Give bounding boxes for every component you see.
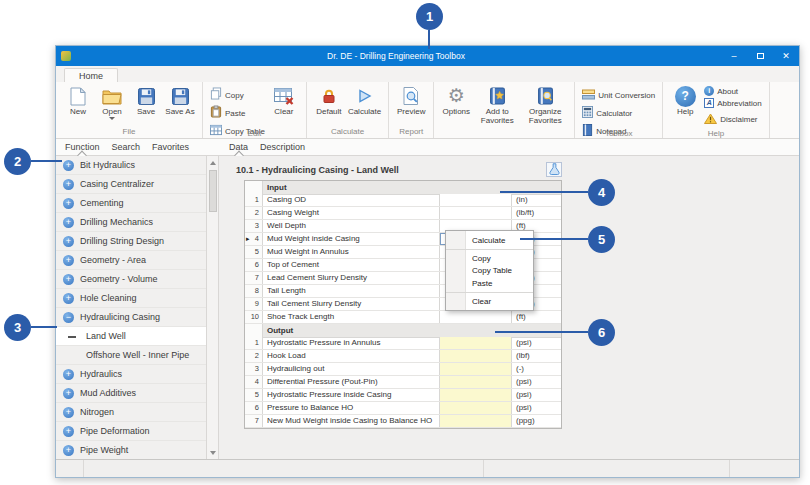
add-to-favorites-button[interactable]: Add to Favorites bbox=[473, 85, 521, 125]
input-value-cell[interactable] bbox=[439, 311, 512, 323]
nav-tab[interactable]: Function bbox=[59, 139, 106, 155]
options-button[interactable]: ⚙ Options bbox=[439, 85, 473, 116]
button-label: Options bbox=[442, 107, 470, 116]
expand-icon[interactable]: + bbox=[63, 388, 74, 399]
expand-icon[interactable]: + bbox=[63, 369, 74, 380]
save-button[interactable]: Save bbox=[129, 85, 163, 116]
about-button[interactable]: i About bbox=[704, 86, 761, 96]
menu-item[interactable]: Copy bbox=[446, 249, 533, 264]
save-as-button[interactable]: Save As bbox=[163, 85, 197, 116]
sidebar-item[interactable]: + Pipe Weight bbox=[56, 441, 206, 459]
organize-favorites-button[interactable]: Organize Favorites bbox=[521, 85, 569, 125]
disclaimer-button[interactable]: Disclaimer bbox=[704, 110, 761, 128]
input-value-cell[interactable] bbox=[439, 194, 512, 206]
sidebar-item[interactable]: + Pipe Deformation bbox=[56, 422, 206, 441]
info-icon: i bbox=[704, 86, 714, 96]
callout-4: 4 bbox=[588, 179, 615, 206]
expand-icon[interactable]: + bbox=[63, 236, 74, 247]
expand-icon[interactable]: + bbox=[63, 198, 74, 209]
minimize-button[interactable]: – bbox=[721, 46, 747, 66]
row-number: 2 bbox=[255, 351, 259, 360]
paste-button[interactable]: Paste bbox=[210, 104, 265, 122]
expand-icon[interactable]: + bbox=[63, 217, 74, 228]
menu-item[interactable]: Paste bbox=[446, 277, 533, 290]
sidebar-item[interactable]: − Hydraulicing Casing bbox=[56, 308, 206, 327]
row-number: 6 bbox=[255, 403, 259, 412]
sidebar-item[interactable]: + Hydraulics bbox=[56, 365, 206, 384]
close-button[interactable]: ✕ bbox=[773, 46, 799, 66]
button-label: Clear bbox=[274, 107, 293, 116]
expand-icon[interactable]: + bbox=[63, 293, 74, 304]
calculate-button[interactable]: Calculate bbox=[346, 85, 383, 116]
button-label: Preview bbox=[397, 107, 425, 116]
calculator-button[interactable]: Calculator bbox=[582, 104, 655, 122]
clear-button[interactable]: Clear bbox=[267, 85, 301, 116]
copy-button[interactable]: Copy bbox=[210, 86, 265, 104]
menu-item[interactable]: Calculate bbox=[446, 234, 533, 247]
pane-tab[interactable]: Description bbox=[254, 139, 311, 155]
open-folder-icon bbox=[102, 85, 122, 107]
sidebar-item[interactable]: + Hole Cleaning bbox=[56, 289, 206, 308]
play-icon bbox=[355, 85, 374, 107]
nav-tab[interactable]: Search bbox=[106, 139, 147, 155]
sidebar-item[interactable]: + Drilling Mechanics bbox=[56, 213, 206, 232]
row-number: 1 bbox=[255, 338, 259, 347]
unit-label: (-) bbox=[512, 363, 563, 375]
group-label bbox=[434, 128, 574, 138]
row-number: 2 bbox=[255, 208, 259, 217]
app-window: Dr. DE - Drilling Engineering Toolbox – … bbox=[55, 45, 800, 478]
sidebar-item[interactable]: + Geometry - Area bbox=[56, 251, 206, 270]
sidebar-item[interactable]: + Geometry - Volume bbox=[56, 270, 206, 289]
menu-item[interactable]: Clear bbox=[446, 292, 533, 307]
expand-icon[interactable]: + bbox=[63, 255, 74, 266]
input-value-cell[interactable] bbox=[439, 207, 512, 219]
default-button[interactable]: Default bbox=[312, 85, 346, 116]
sidebar-item[interactable]: + Drilling String Design bbox=[56, 232, 206, 251]
pane-tab[interactable]: Data bbox=[223, 139, 254, 155]
row-label: Tail Length bbox=[263, 285, 439, 297]
unit-label: (psi) bbox=[512, 402, 563, 414]
unit-conversion-button[interactable]: Unit Conversion bbox=[582, 86, 655, 104]
scrollbar-thumb[interactable] bbox=[209, 170, 217, 212]
help-button[interactable]: ? Help bbox=[668, 85, 702, 116]
preview-button[interactable]: Preview bbox=[394, 85, 428, 116]
maximize-button[interactable] bbox=[747, 46, 773, 66]
output-value-cell bbox=[439, 402, 512, 414]
expand-icon[interactable]: + bbox=[63, 426, 74, 437]
sidebar-item[interactable]: + Mud Additives bbox=[56, 384, 206, 403]
row-number: 5 bbox=[255, 247, 259, 256]
menu-item[interactable]: Copy Table bbox=[446, 264, 533, 277]
expand-icon[interactable]: + bbox=[63, 445, 74, 456]
output-value-cell bbox=[439, 350, 512, 362]
form-title-row: 10.1 - Hydraulicing Casing - Land Well bbox=[236, 162, 562, 177]
expand-icon[interactable]: + bbox=[63, 179, 74, 190]
window-title: Dr. DE - Drilling Engineering Toolbox bbox=[71, 51, 721, 61]
output-row: 7 New Mud Weight inside Casing to Balanc… bbox=[245, 415, 561, 428]
abbreviation-button[interactable]: A Abbreviation bbox=[704, 98, 761, 108]
expand-icon[interactable]: + bbox=[63, 407, 74, 418]
row-label: Lead Cement Slurry Density bbox=[263, 272, 439, 284]
expand-icon[interactable]: + bbox=[63, 160, 74, 171]
callout-5: 5 bbox=[588, 226, 615, 253]
expand-icon[interactable]: − bbox=[63, 312, 74, 323]
button-label: Default bbox=[316, 107, 341, 116]
scroll-down-arrow[interactable] bbox=[207, 446, 218, 459]
open-button[interactable]: Open bbox=[95, 85, 129, 120]
sidebar-item[interactable]: + Cementing bbox=[56, 194, 206, 213]
sidebar-scrollbar[interactable] bbox=[207, 156, 219, 459]
sidebar-item[interactable]: + Bit Hydraulics bbox=[56, 156, 206, 175]
sidebar-item[interactable]: Land Well bbox=[56, 327, 206, 346]
sidebar-item-label: Nitrogen bbox=[80, 407, 114, 417]
group-label: File bbox=[56, 127, 202, 138]
scroll-up-arrow[interactable] bbox=[207, 156, 218, 169]
input-row: 2 Casing Weight (lb/ft) bbox=[245, 207, 561, 220]
nav-tab[interactable]: Favorites bbox=[146, 139, 195, 155]
new-button[interactable]: New bbox=[61, 85, 95, 116]
sidebar-item[interactable]: + Nitrogen bbox=[56, 403, 206, 422]
output-row: 2 Hook Load (lbf) bbox=[245, 350, 561, 363]
flask-button[interactable] bbox=[546, 162, 562, 177]
sidebar-item[interactable]: Offshore Well - Inner Pipe bbox=[56, 346, 206, 365]
sidebar-item[interactable]: + Casing Centralizer bbox=[56, 175, 206, 194]
tab-home[interactable]: Home bbox=[64, 68, 118, 82]
expand-icon[interactable]: + bbox=[63, 274, 74, 285]
